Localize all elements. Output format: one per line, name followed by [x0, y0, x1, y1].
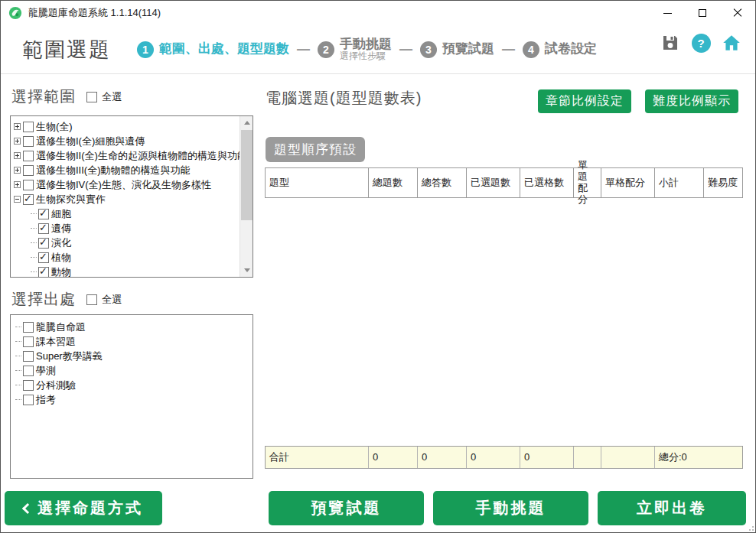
minimize-icon	[663, 13, 672, 14]
source-panel-title: 選擇出處	[11, 289, 76, 310]
page-title: 範圍選題	[22, 36, 111, 63]
tree-item[interactable]: 選修生物II(全)生命的起源與植物體的構造與功能	[14, 148, 251, 163]
home-button[interactable]	[722, 33, 741, 53]
tree-connector	[31, 213, 37, 214]
column-header: 總題數	[369, 168, 418, 197]
expand-icon[interactable]	[14, 181, 21, 188]
expand-icon[interactable]	[14, 167, 21, 174]
window-title: 龍騰題庫命題系統 1.1.14(114)	[28, 6, 161, 20]
source-item[interactable]: Super教學講義	[15, 349, 251, 363]
tree-item[interactable]: 選修生物IV(全)生態、演化及生物多樣性	[14, 177, 251, 192]
total-sum-cell: 總分:0	[655, 447, 742, 468]
source-item[interactable]: 分科測驗	[15, 378, 251, 392]
expand-icon[interactable]	[14, 152, 21, 159]
step-label: 試卷設定	[545, 42, 597, 57]
tree-item[interactable]: 細胞	[14, 206, 251, 221]
total-value-cell	[601, 447, 655, 468]
source-select-all-label: 全選	[102, 293, 122, 307]
tree-checkbox[interactable]	[38, 223, 49, 234]
column-header: 已選格數	[520, 168, 574, 197]
tree-checkbox[interactable]	[38, 267, 49, 278]
wizard-step-2[interactable]: 2手動挑題選擇性步驟	[318, 37, 392, 62]
tree-connector	[15, 385, 21, 385]
range-tree-scrollbar[interactable]	[240, 116, 253, 277]
column-header: 總答數	[418, 168, 467, 197]
tree-checkbox[interactable]	[23, 180, 34, 190]
source-item-label: 課本習題	[36, 335, 76, 349]
tree-item[interactable]: 演化	[14, 236, 251, 250]
range-select-all-checkbox[interactable]	[86, 92, 97, 102]
tree-item[interactable]: 選修生物I(全)細胞與遺傳	[14, 134, 251, 148]
tree-checkbox[interactable]	[38, 238, 49, 249]
tree-item[interactable]: 選修生物III(全)動物體的構造與功能	[14, 163, 251, 177]
wizard-step-3[interactable]: 3預覽試題	[420, 41, 494, 58]
column-header: 已選題數	[467, 168, 520, 197]
source-item[interactable]: 課本習題	[15, 334, 251, 349]
tree-checkbox[interactable]	[23, 194, 34, 205]
range-tree: 生物(全)選修生物I(全)細胞與遺傳選修生物II(全)生命的起源與植物體的構造與…	[10, 115, 253, 278]
step-number-badge: 1	[137, 41, 154, 58]
source-checkbox[interactable]	[23, 366, 34, 376]
column-header: 單格配分	[601, 168, 655, 197]
resize-grip-icon[interactable]	[746, 523, 754, 531]
step-label: 範圍、出處、題型題數	[159, 42, 289, 57]
question-order-preset-button[interactable]: 題型順序預設	[266, 137, 365, 162]
scrollbar-thumb[interactable]	[241, 130, 253, 220]
source-checkbox[interactable]	[23, 336, 34, 347]
tree-connector	[15, 370, 21, 371]
tree-checkbox[interactable]	[38, 209, 49, 219]
manual-pick-button[interactable]: 手動挑題	[433, 491, 588, 525]
tree-item-label: 生物(全)	[36, 120, 73, 134]
tree-item[interactable]: 動物	[14, 265, 251, 278]
main-top-actions: 章節比例設定難度比例顯示	[538, 89, 738, 113]
tree-item[interactable]: 生物(全)	[14, 119, 251, 134]
source-checkbox[interactable]	[23, 380, 34, 391]
tree-checkbox[interactable]	[23, 136, 34, 147]
tree-checkbox[interactable]	[23, 122, 34, 132]
tree-item[interactable]: 植物	[14, 250, 251, 265]
minimize-button[interactable]	[650, 1, 685, 25]
close-button[interactable]	[720, 1, 755, 25]
source-checkbox[interactable]	[23, 395, 34, 405]
tree-item-label: 演化	[51, 236, 71, 250]
back-to-method-button[interactable]: 選擇命題方式	[5, 491, 162, 525]
tree-connector	[15, 399, 21, 400]
header-icons: ?	[660, 33, 741, 53]
help-button[interactable]: ?	[691, 33, 711, 53]
generate-exam-button[interactable]: 立即出卷	[598, 491, 746, 525]
expand-icon[interactable]	[14, 123, 21, 130]
step-sublabel: 選擇性步驟	[340, 51, 392, 61]
scroll-down-icon[interactable]	[240, 264, 253, 277]
source-item[interactable]: 龍騰自命題	[15, 320, 251, 334]
save-button[interactable]	[660, 33, 680, 53]
tree-checkbox[interactable]	[38, 252, 49, 263]
column-header: 小計	[655, 168, 704, 197]
source-checkbox[interactable]	[23, 351, 34, 362]
tree-item-label: 植物	[51, 251, 71, 265]
tree-checkbox[interactable]	[23, 165, 34, 176]
tree-item[interactable]: 遺傳	[14, 221, 251, 236]
chapter-ratio-button[interactable]: 章節比例設定	[538, 89, 631, 113]
difficulty-ratio-button[interactable]: 難度比例顯示	[645, 89, 738, 113]
wizard-step-4[interactable]: 4試卷設定	[523, 41, 597, 58]
preview-questions-button[interactable]: 預覽試題	[269, 491, 424, 525]
range-panel-header: 選擇範圍 全選	[11, 86, 122, 107]
tree-item-label: 生物探究與實作	[36, 193, 106, 206]
source-select-all-checkbox[interactable]	[86, 294, 97, 305]
wizard-step-1[interactable]: 1範圍、出處、題型題數	[137, 41, 289, 58]
total-label-cell: 合計	[266, 447, 369, 468]
tree-item[interactable]: 生物探究與實作	[14, 192, 251, 206]
tree-connector	[15, 341, 21, 342]
maximize-button[interactable]	[685, 1, 720, 25]
source-checkbox[interactable]	[23, 322, 34, 333]
source-item[interactable]: 學測	[15, 363, 251, 378]
scroll-up-icon[interactable]	[240, 116, 253, 129]
expand-icon[interactable]	[14, 138, 21, 145]
step-label: 手動挑題	[340, 37, 392, 52]
source-item[interactable]: 指考	[15, 392, 251, 407]
titlebar: 龍騰題庫命題系統 1.1.14(114)	[1, 1, 755, 25]
total-value-cell: 0	[467, 447, 520, 468]
tree-checkbox[interactable]	[23, 151, 34, 161]
collapse-icon[interactable]	[14, 196, 21, 203]
back-button-label: 選擇命題方式	[37, 498, 143, 518]
